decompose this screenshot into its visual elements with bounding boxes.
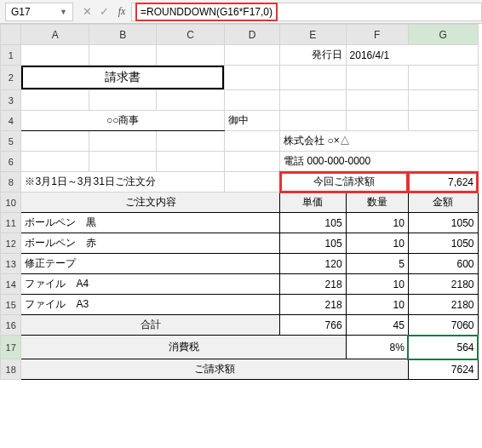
item-unit: 218 xyxy=(280,274,346,295)
row-header-5[interactable]: 5 xyxy=(1,131,21,152)
col-header-D[interactable]: D xyxy=(224,25,279,45)
row-header-12[interactable]: 12 xyxy=(1,233,21,254)
row-header-15[interactable]: 15 xyxy=(1,295,21,315)
col-header-G[interactable]: G xyxy=(408,25,478,45)
cancel-icon[interactable]: ✕ xyxy=(78,5,95,18)
item-amount: 2180 xyxy=(408,274,478,295)
row-header-10[interactable]: 10 xyxy=(1,192,21,213)
item-unit: 218 xyxy=(280,295,346,315)
issued-label: 発行日 xyxy=(280,45,346,66)
col-header-C[interactable]: C xyxy=(157,25,224,45)
item-qty: 10 xyxy=(346,233,408,254)
company-tel: 電話 000-000-0000 xyxy=(280,152,478,172)
row-header-4[interactable]: 4 xyxy=(1,111,21,131)
row-header-11[interactable]: 11 xyxy=(1,213,21,233)
vendor-suffix: 御中 xyxy=(224,111,279,131)
th-unit: 単価 xyxy=(280,192,346,213)
item-qty: 5 xyxy=(346,254,408,274)
issued-date: 2016/4/1 xyxy=(346,45,478,66)
item-amount: 600 xyxy=(408,254,478,274)
col-header-B[interactable]: B xyxy=(89,25,156,45)
grand-amount: 7624 xyxy=(408,359,478,380)
row-header-2[interactable]: 2 xyxy=(1,66,21,90)
select-all-corner[interactable] xyxy=(1,25,21,45)
fx-icon[interactable]: fx xyxy=(112,5,131,18)
invoice-total-value: 7,624 xyxy=(408,172,478,192)
row-header-17[interactable]: 17 xyxy=(1,336,21,359)
col-header-E[interactable]: E xyxy=(280,25,346,45)
item-unit: 105 xyxy=(280,233,346,254)
doc-title: 請求書 xyxy=(21,66,223,89)
company-name: 株式会社 ○×△ xyxy=(280,131,478,152)
row-header-13[interactable]: 13 xyxy=(1,254,21,274)
period-note: ※3月1日～3月31日ご注文分 xyxy=(21,172,224,192)
tax-label: 消費税 xyxy=(21,336,346,359)
row-header-8[interactable]: 8 xyxy=(1,172,21,192)
item-name: ファイル A4 xyxy=(21,274,280,295)
row-header-16[interactable]: 16 xyxy=(1,315,21,336)
item-amount: 1050 xyxy=(408,213,478,233)
name-box[interactable]: G17 ▼ xyxy=(5,3,73,21)
col-header-A[interactable]: A xyxy=(21,25,89,45)
tax-amount[interactable]: 564 xyxy=(408,336,478,359)
subtotal-label: 合計 xyxy=(21,315,280,336)
th-qty: 数量 xyxy=(346,192,408,213)
item-name: ファイル A3 xyxy=(21,295,280,315)
vendor-name: ○○商事 xyxy=(21,111,224,131)
item-name: 修正テープ xyxy=(21,254,280,274)
row-header-1[interactable]: 1 xyxy=(1,45,21,66)
formula-bar: G17 ▼ ✕ ✓ fx =ROUNDDOWN(G16*F17,0) xyxy=(0,0,482,24)
item-qty: 10 xyxy=(346,295,408,315)
item-name: ボールペン 黒 xyxy=(21,213,280,233)
row-header-14[interactable]: 14 xyxy=(1,274,21,295)
enter-icon[interactable]: ✓ xyxy=(95,5,112,18)
row-header-3[interactable]: 3 xyxy=(1,90,21,111)
item-unit: 105 xyxy=(280,213,346,233)
name-box-dropdown-icon[interactable]: ▼ xyxy=(60,8,67,16)
subtotal-unit: 766 xyxy=(280,315,346,336)
item-amount: 1050 xyxy=(408,233,478,254)
row-header-18[interactable]: 18 xyxy=(1,359,21,380)
th-order: ご注文内容 xyxy=(21,192,280,213)
grand-label: ご請求額 xyxy=(21,359,408,380)
item-unit: 120 xyxy=(280,254,346,274)
subtotal-qty: 45 xyxy=(346,315,408,336)
name-box-value: G17 xyxy=(11,6,31,18)
tax-rate: 8% xyxy=(346,336,408,359)
th-amount: 金額 xyxy=(408,192,478,213)
item-name: ボールペン 赤 xyxy=(21,233,280,254)
formula-input[interactable]: =ROUNDDOWN(G16*F17,0) xyxy=(131,3,482,21)
invoice-total-label: 今回ご請求額 xyxy=(280,172,409,192)
col-header-F[interactable]: F xyxy=(346,25,408,45)
item-qty: 10 xyxy=(346,213,408,233)
item-qty: 10 xyxy=(346,274,408,295)
row-header-6[interactable]: 6 xyxy=(1,152,21,172)
formula-text: =ROUNDDOWN(G16*F17,0) xyxy=(135,3,278,21)
item-amount: 2180 xyxy=(408,295,478,315)
spreadsheet-grid[interactable]: A B C D E F G 1 発行日 2016/4/1 2 請求書 3 4 ○… xyxy=(0,24,482,380)
subtotal-amount: 7060 xyxy=(408,315,478,336)
